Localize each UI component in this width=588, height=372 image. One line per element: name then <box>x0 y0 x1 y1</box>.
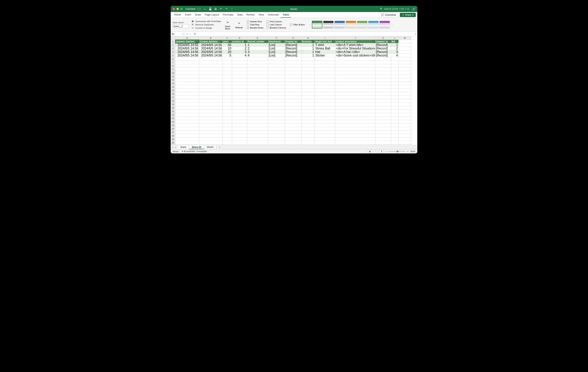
cell[interactable] <box>315 138 335 141</box>
cell[interactable] <box>302 117 315 120</box>
cell[interactable] <box>175 89 199 92</box>
cell[interactable] <box>315 71 335 75</box>
cell[interactable] <box>199 96 223 99</box>
cell[interactable] <box>399 61 411 64</box>
cell[interactable]: Single_line_text▾ <box>315 40 335 43</box>
cell[interactable] <box>175 117 199 120</box>
cell[interactable] <box>285 120 302 123</box>
ribbon-tab-home[interactable]: Home <box>172 12 183 18</box>
cell[interactable] <box>199 138 223 141</box>
cell[interactable] <box>315 110 335 113</box>
page-break-view-button[interactable]: ⊞ <box>379 150 384 153</box>
row-header[interactable]: 29 <box>171 138 175 141</box>
column-header[interactable]: J <box>335 36 375 40</box>
ribbon-tab-table[interactable]: Table <box>281 12 291 18</box>
cell[interactable] <box>391 138 399 141</box>
column-header[interactable]: I <box>315 36 335 40</box>
cell[interactable] <box>175 103 199 106</box>
cell[interactable] <box>375 127 391 131</box>
cell[interactable] <box>199 127 223 131</box>
cell[interactable] <box>223 127 232 131</box>
cell[interactable]: 2 <box>247 47 268 50</box>
cell[interactable] <box>302 57 315 61</box>
table-name-input[interactable] <box>172 24 189 28</box>
cell[interactable] <box>268 75 285 78</box>
cell[interactable]: 1 <box>302 47 315 50</box>
cell[interactable]: product_id▾ <box>232 40 247 43</box>
cell[interactable] <box>375 75 391 78</box>
cell[interactable] <box>399 134 411 138</box>
cell[interactable] <box>268 131 285 134</box>
cell[interactable]: 2024/8/5 14:56 <box>199 54 223 57</box>
cell[interactable]: [List] <box>268 50 285 54</box>
cell[interactable]: [List] <box>268 54 285 57</box>
cell[interactable] <box>285 113 302 117</box>
cell[interactable] <box>232 144 247 145</box>
cell[interactable] <box>223 71 232 75</box>
cell[interactable] <box>223 131 232 134</box>
cell[interactable]: 2024/8/5 14:56 <box>175 54 199 57</box>
cell[interactable] <box>232 85 247 89</box>
cell[interactable] <box>315 134 335 138</box>
row-header[interactable]: 23 <box>171 117 175 120</box>
cell[interactable] <box>375 134 391 138</box>
column-header[interactable]: M <box>399 36 411 40</box>
cell[interactable] <box>335 106 375 110</box>
cell[interactable] <box>375 89 391 92</box>
filter-dropdown-icon[interactable]: ▾ <box>372 40 375 42</box>
cell[interactable] <box>399 40 411 43</box>
cell[interactable]: [Record] <box>375 47 391 50</box>
filter-dropdown-icon[interactable]: ▾ <box>282 40 284 42</box>
cell[interactable]: 1 <box>302 43 315 47</box>
cell[interactable]: 50 <box>223 43 232 47</box>
cell[interactable] <box>223 134 232 138</box>
cell[interactable] <box>268 89 285 92</box>
cell[interactable] <box>199 134 223 138</box>
cell[interactable] <box>223 61 232 64</box>
cell[interactable]: Attachment▾ <box>268 40 285 43</box>
cell[interactable] <box>302 82 315 85</box>
cell[interactable] <box>335 103 375 106</box>
cell[interactable] <box>399 120 411 123</box>
ribbon-tab-insert[interactable]: Insert <box>183 12 193 18</box>
cell[interactable] <box>223 103 232 106</box>
insert-slicer-button[interactable]: 🗂 Insert Slicer <box>224 19 231 30</box>
maximize-icon[interactable] <box>180 8 183 10</box>
cell[interactable] <box>285 57 302 61</box>
cell[interactable] <box>391 61 399 64</box>
cell[interactable]: Stress Ball <box>315 47 335 50</box>
cell[interactable]: 20 <box>223 50 232 54</box>
fx-icon[interactable]: fx <box>193 33 197 35</box>
cell[interactable] <box>247 138 268 141</box>
autosave-toggle[interactable]: AutoSave <box>185 8 201 10</box>
cell[interactable] <box>285 141 302 144</box>
add-sheet-button[interactable]: ＋ <box>217 146 222 149</box>
status-accessibility[interactable]: ✦ Accessibility: Investigate <box>182 150 207 153</box>
cell[interactable] <box>391 113 399 117</box>
cell[interactable] <box>232 110 247 113</box>
cell[interactable] <box>175 82 199 85</box>
column-header[interactable]: A <box>175 36 199 40</box>
cell[interactable] <box>285 110 302 113</box>
cell[interactable] <box>175 78 199 82</box>
cell[interactable] <box>315 82 335 85</box>
cell[interactable] <box>175 61 199 64</box>
cell[interactable] <box>391 134 399 138</box>
banded-rows-checkbox[interactable]: Banded Rows <box>247 27 263 29</box>
cell[interactable] <box>399 89 411 92</box>
row-header[interactable]: 18 <box>171 99 175 103</box>
cell[interactable] <box>302 110 315 113</box>
table-style-swatch[interactable] <box>357 21 368 29</box>
cell[interactable] <box>232 117 247 120</box>
cell[interactable] <box>232 96 247 99</box>
cell[interactable] <box>391 85 399 89</box>
cell[interactable] <box>268 103 285 106</box>
cell[interactable]: 4 <box>391 54 399 57</box>
cell[interactable] <box>232 106 247 110</box>
cell[interactable] <box>315 68 335 71</box>
cell[interactable]: Record_number▾ <box>247 40 268 43</box>
cell[interactable] <box>175 68 199 71</box>
redo-icon[interactable]: ↷ <box>225 7 228 11</box>
cell[interactable] <box>375 96 391 99</box>
cell[interactable] <box>247 71 268 75</box>
